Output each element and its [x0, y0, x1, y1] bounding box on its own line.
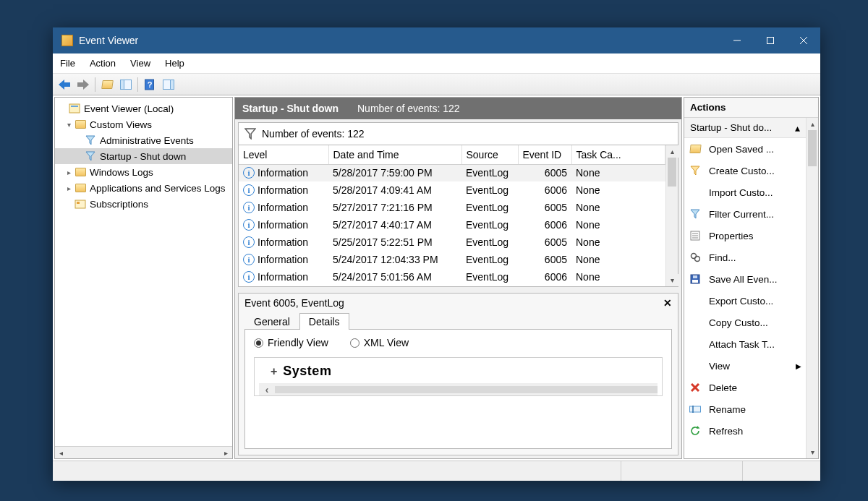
filter-status-row: Number of events: 122 [238, 122, 678, 145]
action-filter-current[interactable]: Filter Current... [684, 203, 806, 225]
tab-details[interactable]: Details [299, 313, 349, 330]
titlebar[interactable]: Event Viewer [53, 27, 820, 53]
table-vertical-scrollbar[interactable]: ▴ ▾ [665, 145, 678, 286]
table-row[interactable]: iInformation5/27/2017 7:21:16 PMEventLog… [239, 199, 665, 216]
tree-custom-views[interactable]: ▾ Custom Views [55, 116, 232, 132]
expand-plus-icon[interactable]: + [271, 365, 277, 378]
action-rename[interactable]: Rename [684, 398, 806, 420]
col-header-source[interactable]: Source [461, 145, 518, 164]
folder-icon [74, 166, 87, 178]
information-icon: i [243, 167, 255, 179]
action-refresh[interactable]: Refresh [684, 420, 806, 442]
actions-vertical-scrollbar[interactable]: ▴ ▾ [806, 118, 818, 458]
tree-root[interactable]: Event Viewer (Local) [55, 100, 232, 116]
task-cell: None [571, 216, 665, 234]
filter-icon [84, 134, 97, 146]
action-copy-custo[interactable]: Copy Custo... [684, 312, 806, 333]
menu-help[interactable]: Help [158, 53, 192, 73]
col-header-date[interactable]: Date and Time [328, 145, 461, 164]
help-button[interactable]: ? [141, 76, 158, 93]
scroll-track[interactable] [666, 187, 678, 274]
table-row[interactable]: iInformation5/28/2017 7:59:00 PMEventLog… [239, 164, 665, 181]
open-folder-button[interactable] [98, 76, 116, 93]
source-cell: EventLog [461, 251, 518, 268]
show-hide-actions-button[interactable] [160, 76, 177, 93]
menu-file[interactable]: File [53, 53, 82, 73]
svg-marker-20 [691, 210, 699, 218]
tree-startup-shutdown[interactable]: Startup - Shut down [55, 148, 232, 164]
scroll-thumb[interactable] [808, 130, 817, 166]
console-tree[interactable]: Event Viewer (Local) ▾ Custom Views Admi… [55, 98, 232, 446]
radio-label: Friendly View [268, 337, 328, 348]
close-button[interactable] [787, 27, 820, 53]
radio-friendly-view[interactable]: Friendly View [254, 337, 328, 348]
tree-windows-logs[interactable]: ▸ Windows Logs [55, 164, 232, 180]
eventid-cell: 6005 [518, 199, 571, 216]
expander-icon[interactable]: ▸ [64, 168, 74, 176]
action-import-custo[interactable]: Import Custo... [684, 181, 806, 203]
event-table[interactable]: Level Date and Time Source Event ID Task… [239, 145, 665, 286]
action-export-custo[interactable]: Export Custo... [684, 290, 806, 312]
scroll-left-arrow[interactable]: ‹ [259, 384, 275, 395]
action-properties[interactable]: Properties [684, 225, 806, 247]
scroll-track[interactable] [807, 166, 818, 446]
detail-body: Friendly View XML View + System [244, 329, 672, 449]
action-delete[interactable]: Delete [684, 377, 806, 398]
scroll-down-arrow[interactable]: ▾ [807, 446, 819, 458]
expander-icon[interactable]: ▸ [64, 184, 74, 192]
col-header-level[interactable]: Level [239, 145, 328, 164]
maximize-button[interactable] [754, 27, 787, 53]
tree-subscriptions[interactable]: Subscriptions [55, 196, 232, 212]
svg-rect-13 [71, 106, 78, 107]
show-hide-tree-button[interactable] [117, 76, 135, 93]
table-header-row[interactable]: Level Date and Time Source Event ID Task… [239, 145, 665, 164]
action-open-saved[interactable]: Open Saved ... [684, 138, 806, 160]
col-header-task[interactable]: Task Ca... [571, 145, 665, 164]
detail-horizontal-scrollbar[interactable]: ‹ [259, 383, 658, 395]
tab-general[interactable]: General [244, 313, 299, 330]
back-button[interactable] [56, 76, 73, 93]
detail-header: Event 6005, EventLog ✕ [239, 294, 678, 312]
tree-admin-events[interactable]: Administrative Events [55, 132, 232, 148]
radio-xml-view[interactable]: XML View [350, 337, 409, 348]
action-save-all-even[interactable]: Save All Even... [684, 268, 806, 290]
action-find[interactable]: Find... [684, 247, 806, 268]
scroll-up-arrow[interactable]: ▴ [807, 118, 819, 130]
col-header-eventid[interactable]: Event ID [518, 145, 571, 164]
expander-icon[interactable]: ▾ [64, 121, 74, 129]
scroll-down-arrow[interactable]: ▾ [666, 274, 678, 286]
actions-category[interactable]: Startup - Shut do... ▴ [684, 118, 806, 138]
svg-marker-19 [691, 166, 699, 175]
svg-rect-29 [693, 275, 697, 278]
collapse-icon[interactable]: ▴ [795, 122, 800, 134]
information-icon: i [243, 254, 255, 265]
svg-marker-14 [86, 136, 95, 145]
tree-apps-services[interactable]: ▸ Applications and Services Logs [55, 180, 232, 196]
svg-marker-34 [697, 426, 700, 429]
scroll-track[interactable] [275, 386, 658, 393]
tree-horizontal-scrollbar[interactable]: ◂ ▸ [55, 446, 232, 458]
action-attach-task-t[interactable]: Attach Task T... [684, 333, 806, 355]
action-label: Export Custo... [709, 296, 773, 307]
table-row[interactable]: iInformation5/24/2017 5:01:56 AMEventLog… [239, 268, 665, 286]
eventid-cell: 6006 [518, 268, 571, 286]
scroll-right-arrow[interactable]: ▸ [220, 447, 232, 459]
funnel-icon [689, 209, 702, 219]
forward-button[interactable] [75, 76, 92, 93]
action-view[interactable]: View▶ [684, 355, 806, 377]
find-icon [689, 252, 702, 262]
system-expand-row[interactable]: + System [259, 364, 658, 379]
scroll-left-arrow[interactable]: ◂ [55, 447, 67, 459]
table-row[interactable]: iInformation5/24/2017 12:04:33 PMEventLo… [239, 251, 665, 268]
menu-action[interactable]: Action [82, 53, 123, 73]
menu-view[interactable]: View [123, 53, 158, 73]
table-row[interactable]: iInformation5/27/2017 4:40:17 AMEventLog… [239, 216, 665, 234]
scroll-thumb[interactable] [668, 158, 676, 187]
action-create-custo[interactable]: Create Custo... [684, 160, 806, 181]
table-row[interactable]: iInformation5/28/2017 4:09:41 AMEventLog… [239, 181, 665, 199]
table-row[interactable]: iInformation5/25/2017 5:22:51 PMEventLog… [239, 234, 665, 251]
level-cell: Information [258, 254, 308, 265]
scroll-up-arrow[interactable]: ▴ [666, 145, 678, 158]
detail-close-button[interactable]: ✕ [663, 297, 672, 309]
minimize-button[interactable] [720, 27, 754, 53]
